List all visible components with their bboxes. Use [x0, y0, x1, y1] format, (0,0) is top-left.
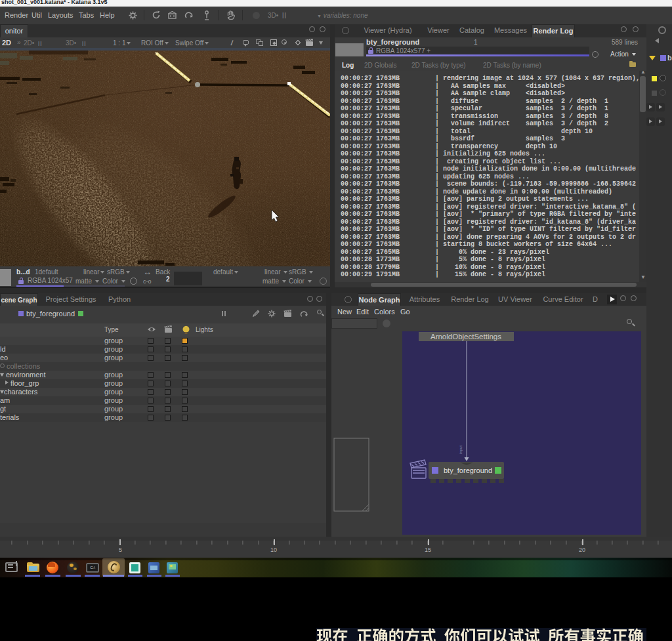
svg-text:ArnoldObjectSettings: ArnoldObjectSettings [430, 333, 501, 341]
svg-text:input: input [459, 445, 463, 454]
svg-text:bty_foreground: bty_foreground [444, 466, 492, 474]
